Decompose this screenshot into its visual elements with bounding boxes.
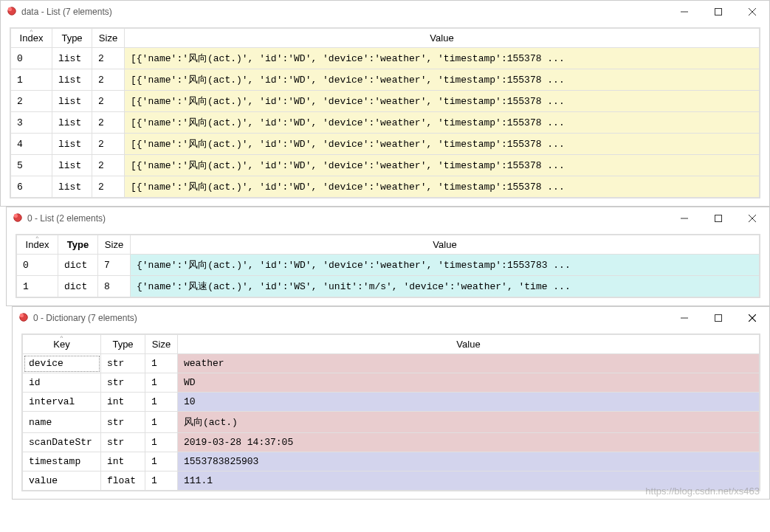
col-size[interactable]: Size: [98, 235, 131, 255]
col-type[interactable]: Type: [52, 29, 92, 48]
cell-index[interactable]: 6: [11, 176, 52, 198]
cell-size[interactable]: 1: [145, 354, 178, 373]
cell-size[interactable]: 1: [145, 433, 178, 452]
cell-size[interactable]: 2: [92, 48, 125, 69]
minimize-button[interactable]: [667, 1, 701, 23]
table-row[interactable]: timestampint11553783825903: [23, 452, 760, 471]
minimize-button[interactable]: [667, 207, 701, 229]
col-size[interactable]: Size: [145, 335, 178, 354]
cell-index[interactable]: 1: [11, 69, 52, 91]
cell-value[interactable]: {'name':'风向(act.)', 'id':'WD', 'device':…: [131, 255, 760, 276]
cell-value[interactable]: 1553783825903: [178, 452, 760, 471]
table-row[interactable]: 1list2[{'name':'风向(act.)', 'id':'WD', 'd…: [11, 69, 760, 91]
maximize-button[interactable]: [701, 307, 735, 329]
cell-type[interactable]: str: [101, 354, 145, 373]
cell-value[interactable]: [{'name':'风向(act.)', 'id':'WD', 'device'…: [125, 134, 760, 155]
cell-type[interactable]: list: [52, 48, 92, 69]
cell-value[interactable]: 10: [178, 393, 760, 412]
col-value[interactable]: Value: [125, 29, 760, 48]
cell-key[interactable]: scanDateStr: [23, 433, 101, 452]
table-row[interactable]: 0list2[{'name':'风向(act.)', 'id':'WD', 'd…: [11, 48, 760, 69]
cell-index[interactable]: 5: [11, 155, 52, 176]
cell-type[interactable]: list: [52, 69, 92, 91]
cell-value[interactable]: 111.1: [178, 471, 760, 491]
table-row[interactable]: 5list2[{'name':'风向(act.)', 'id':'WD', 'd…: [11, 155, 760, 176]
close-button[interactable]: [735, 1, 769, 23]
cell-value[interactable]: [{'name':'风向(act.)', 'id':'WD', 'device'…: [125, 91, 760, 112]
cell-size[interactable]: 2: [92, 91, 125, 112]
cell-type[interactable]: str: [101, 433, 145, 452]
close-button[interactable]: [735, 207, 769, 229]
col-value[interactable]: Value: [178, 335, 760, 354]
cell-type[interactable]: list: [52, 155, 92, 176]
col-size[interactable]: Size: [92, 29, 125, 48]
cell-size[interactable]: 2: [92, 112, 125, 134]
col-type[interactable]: Type: [101, 335, 145, 354]
table-row[interactable]: 0dict7{'name':'风向(act.)', 'id':'WD', 'de…: [17, 255, 760, 276]
titlebar[interactable]: 0 - List (2 elements): [7, 207, 769, 229]
cell-size[interactable]: 1: [145, 452, 178, 471]
table-row[interactable]: devicestr1weather: [23, 354, 760, 373]
cell-size[interactable]: 2: [92, 69, 125, 91]
table-row[interactable]: intervalint110: [23, 393, 760, 412]
cell-type[interactable]: list: [52, 176, 92, 198]
cell-index[interactable]: 0: [17, 255, 58, 276]
cell-size[interactable]: 2: [92, 155, 125, 176]
table-row[interactable]: namestr1风向(act.): [23, 412, 760, 433]
maximize-button[interactable]: [701, 1, 735, 23]
cell-size[interactable]: 1: [145, 471, 178, 491]
col-key[interactable]: ^Key: [23, 335, 101, 354]
cell-type[interactable]: list: [52, 112, 92, 134]
cell-index[interactable]: 4: [11, 134, 52, 155]
minimize-button[interactable]: [667, 307, 701, 329]
cell-value[interactable]: 2019-03-28 14:37:05: [178, 433, 760, 452]
cell-size[interactable]: 1: [145, 393, 178, 412]
titlebar[interactable]: data - List (7 elements): [1, 1, 769, 23]
cell-type[interactable]: list: [52, 91, 92, 112]
cell-value[interactable]: [{'name':'风向(act.)', 'id':'WD', 'device'…: [125, 69, 760, 91]
col-index[interactable]: ^Index: [17, 235, 58, 255]
cell-index[interactable]: 1: [17, 276, 58, 297]
cell-size[interactable]: 2: [92, 134, 125, 155]
maximize-button[interactable]: [701, 207, 735, 229]
cell-index[interactable]: 3: [11, 112, 52, 134]
col-index[interactable]: ^Index: [11, 29, 52, 48]
cell-value[interactable]: weather: [178, 354, 760, 373]
cell-key[interactable]: device: [23, 354, 101, 373]
cell-value[interactable]: WD: [178, 373, 760, 393]
cell-size[interactable]: 8: [98, 276, 131, 297]
table-row[interactable]: idstr1WD: [23, 373, 760, 393]
cell-value[interactable]: 风向(act.): [178, 412, 760, 433]
table-row[interactable]: 1dict8{'name':'风速(act.)', 'id':'WS', 'un…: [17, 276, 760, 297]
table-row[interactable]: 2list2[{'name':'风向(act.)', 'id':'WD', 'd…: [11, 91, 760, 112]
col-type[interactable]: Type: [58, 235, 98, 255]
cell-value[interactable]: [{'name':'风向(act.)', 'id':'WD', 'device'…: [125, 176, 760, 198]
cell-type[interactable]: int: [101, 393, 145, 412]
cell-key[interactable]: timestamp: [23, 452, 101, 471]
col-value[interactable]: Value: [131, 235, 760, 255]
table-row[interactable]: 3list2[{'name':'风向(act.)', 'id':'WD', 'd…: [11, 112, 760, 134]
table-row[interactable]: valuefloat1111.1: [23, 471, 760, 491]
cell-type[interactable]: float: [101, 471, 145, 491]
cell-key[interactable]: name: [23, 412, 101, 433]
titlebar[interactable]: 0 - Dictionary (7 elements): [13, 307, 769, 329]
cell-value[interactable]: [{'name':'风向(act.)', 'id':'WD', 'device'…: [125, 155, 760, 176]
cell-value[interactable]: {'name':'风速(act.)', 'id':'WS', 'unit':'m…: [131, 276, 760, 297]
cell-size[interactable]: 2: [92, 176, 125, 198]
cell-index[interactable]: 0: [11, 48, 52, 69]
cell-key[interactable]: id: [23, 373, 101, 393]
cell-size[interactable]: 1: [145, 373, 178, 393]
cell-index[interactable]: 2: [11, 91, 52, 112]
close-button[interactable]: [735, 307, 769, 329]
table-row[interactable]: scanDateStrstr12019-03-28 14:37:05: [23, 433, 760, 452]
cell-value[interactable]: [{'name':'风向(act.)', 'id':'WD', 'device'…: [125, 48, 760, 69]
table-row[interactable]: 6list2[{'name':'风向(act.)', 'id':'WD', 'd…: [11, 176, 760, 198]
cell-type[interactable]: int: [101, 452, 145, 471]
cell-type[interactable]: str: [101, 412, 145, 433]
cell-key[interactable]: value: [23, 471, 101, 491]
cell-type[interactable]: list: [52, 134, 92, 155]
cell-type[interactable]: dict: [58, 276, 98, 297]
cell-type[interactable]: dict: [58, 255, 98, 276]
table-row[interactable]: 4list2[{'name':'风向(act.)', 'id':'WD', 'd…: [11, 134, 760, 155]
cell-key[interactable]: interval: [23, 393, 101, 412]
